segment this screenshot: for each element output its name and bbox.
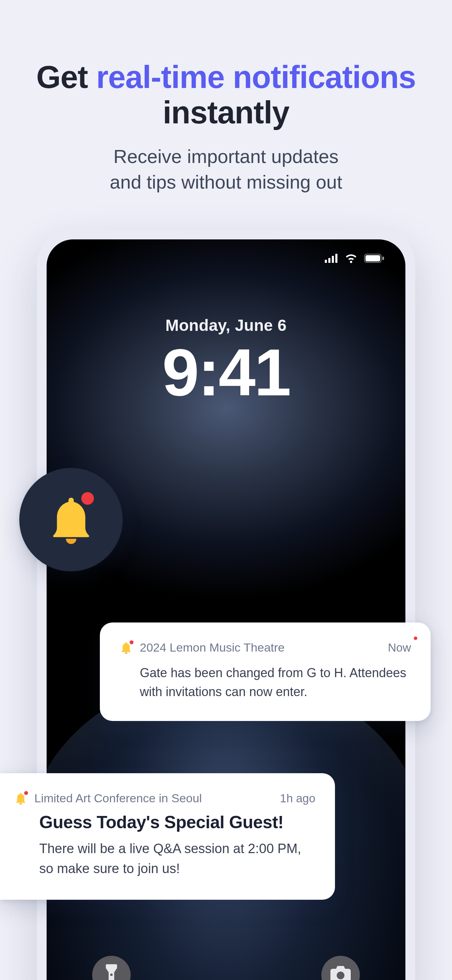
lockscreen-time: 9:41 [46, 334, 406, 410]
notification-source: Limited Art Conference in Seoul [34, 791, 273, 805]
svg-point-8 [337, 972, 344, 979]
bell-icon [45, 493, 97, 546]
notification-time: 1h ago [280, 792, 315, 805]
notification-title: Guess Today's Special Guest! [39, 812, 315, 832]
svg-rect-2 [332, 256, 334, 263]
subtitle-line2: and tips without missing out [110, 172, 342, 192]
flashlight-button[interactable] [92, 956, 131, 980]
cellular-icon [325, 254, 338, 263]
headline-accent: real-time notifications [96, 60, 415, 95]
svg-point-7 [110, 974, 113, 976]
headline-post: instantly [162, 95, 289, 130]
notification-time: Now [388, 641, 411, 654]
svg-rect-3 [335, 254, 337, 263]
battery-icon [364, 254, 384, 263]
bell-notification-dot [81, 492, 94, 505]
svg-rect-6 [382, 256, 384, 260]
notification-bell-badge [19, 468, 123, 571]
subtitle-line1: Receive important updates [113, 146, 339, 167]
unread-dot [414, 636, 417, 640]
svg-rect-5 [366, 255, 380, 261]
status-bar [325, 253, 384, 263]
notification-card-2[interactable]: Limited Art Conference in Seoul 1h ago G… [0, 773, 335, 900]
camera-button[interactable] [321, 956, 360, 980]
notification-body: Gate has been changed from G to H. Atten… [119, 663, 411, 702]
headline: Get real-time notifications instantly [0, 60, 452, 130]
bell-icon [14, 792, 27, 805]
notification-card-1[interactable]: 2024 Lemon Music Theatre Now Gate has be… [100, 622, 431, 721]
camera-icon [330, 966, 351, 980]
svg-rect-1 [328, 258, 330, 263]
notification-source: 2024 Lemon Music Theatre [140, 641, 381, 654]
flashlight-icon [103, 964, 119, 980]
subtitle: Receive important updates and tips witho… [0, 144, 452, 195]
lockscreen-date: Monday, June 6 [46, 316, 406, 335]
bell-icon [119, 641, 133, 654]
wifi-icon [344, 253, 358, 263]
notification-body: There will be a live Q&A session at 2:00… [39, 839, 315, 879]
svg-rect-0 [325, 260, 327, 263]
headline-pre: Get [36, 60, 96, 95]
